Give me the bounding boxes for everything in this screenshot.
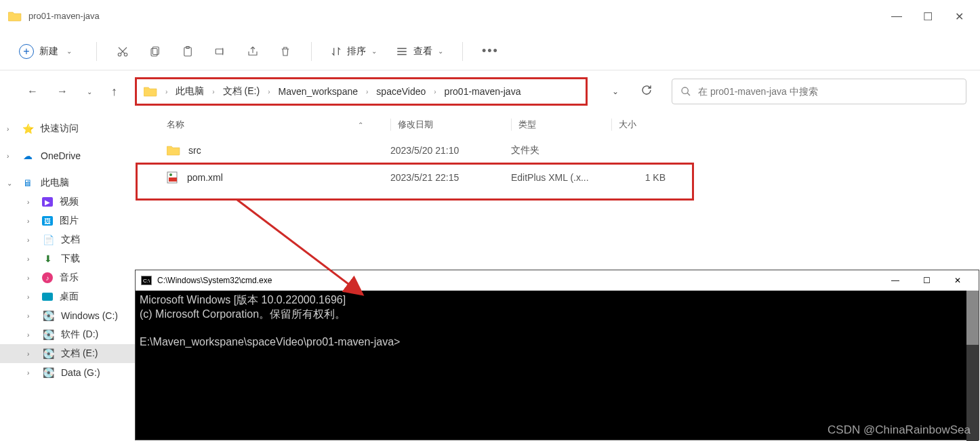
- sidebar-item-this-pc[interactable]: ⌄🖥此电脑: [0, 173, 136, 192]
- address-controls: ⌄: [612, 84, 653, 99]
- video-icon: ▶: [42, 197, 53, 207]
- sidebar-item-video[interactable]: ›▶视频: [0, 192, 136, 211]
- view-button[interactable]: 查看 ⌄: [396, 45, 443, 58]
- more-button[interactable]: •••: [482, 44, 499, 58]
- column-date[interactable]: 修改日期: [390, 119, 511, 131]
- view-icon: [396, 47, 408, 56]
- sidebar-item-quick-access[interactable]: ›⭐快速访问: [0, 119, 136, 138]
- table-row[interactable]: src 2023/5/20 21:10 文件夹: [136, 137, 980, 164]
- cmd-minimize-button[interactable]: —: [880, 270, 911, 291]
- column-name[interactable]: 名称⌃: [167, 119, 390, 131]
- svg-rect-6: [216, 49, 223, 54]
- maximize-button[interactable]: ☐: [912, 5, 943, 27]
- delete-icon[interactable]: [279, 45, 292, 58]
- svg-rect-9: [169, 177, 177, 182]
- cmd-titlebar[interactable]: C:\ C:\Windows\System32\cmd.exe — ☐ ✕: [136, 270, 979, 291]
- sidebar-item-downloads[interactable]: ›⬇下载: [0, 249, 136, 268]
- chevron-down-icon: ⌄: [371, 47, 377, 55]
- sidebar-item-documents[interactable]: ›📄文档: [0, 230, 136, 249]
- plus-icon: +: [19, 44, 34, 59]
- breadcrumb[interactable]: › 此电脑 › 文档 (E:) › Maven_workspane › spac…: [135, 77, 588, 106]
- sidebar-label: 软件 (D:): [61, 329, 98, 341]
- drive-icon: 💽: [42, 310, 54, 322]
- crumb-item[interactable]: Maven_workspane: [274, 86, 362, 97]
- view-label: 查看: [413, 45, 432, 58]
- new-button[interactable]: + 新建 ⌄: [14, 41, 77, 62]
- sidebar-label: 文档: [61, 234, 80, 246]
- column-headers: 名称⌃ 修改日期 类型 大小: [136, 112, 980, 137]
- sidebar-label: 快速访问: [41, 123, 79, 135]
- xml-file-icon: [167, 171, 179, 184]
- minimize-button[interactable]: —: [881, 5, 912, 27]
- cmd-scrollbar[interactable]: [966, 291, 979, 441]
- cmd-maximize-button[interactable]: ☐: [911, 270, 942, 291]
- crumb-item[interactable]: pro01-maven-java: [441, 86, 525, 97]
- sidebar-item-onedrive[interactable]: ›☁OneDrive: [0, 146, 136, 165]
- window-title: pro01-maven-java: [28, 11, 972, 21]
- sidebar-label: 视频: [60, 196, 79, 208]
- up-button[interactable]: ↑: [111, 85, 117, 99]
- cmd-close-button[interactable]: ✕: [942, 270, 973, 291]
- sidebar-item-drive-c[interactable]: ›💽Windows (C:): [0, 306, 136, 325]
- chevron-right-icon: ›: [165, 88, 167, 96]
- file-type: 文件夹: [511, 144, 611, 156]
- sidebar-item-pictures[interactable]: ›🖼图片: [0, 211, 136, 230]
- search-icon: [680, 86, 691, 97]
- drive-icon: 💽: [42, 348, 54, 360]
- file-size: 1 KB: [611, 172, 672, 183]
- drive-icon: 💽: [42, 366, 54, 379]
- close-button[interactable]: ✕: [943, 5, 975, 27]
- back-button[interactable]: ←: [27, 85, 38, 98]
- svg-point-10: [169, 173, 172, 176]
- sidebar-item-drive-g[interactable]: ›💽Data (G:): [0, 363, 136, 382]
- cmd-prompt: E:\Maven_workspane\spaceVideo\pro01-mave…: [140, 336, 400, 348]
- file-date: 2023/5/21 22:15: [390, 172, 511, 183]
- sidebar-item-drive-e[interactable]: ›💽文档 (E:): [0, 344, 136, 363]
- share-icon[interactable]: [246, 45, 260, 58]
- copy-icon[interactable]: [148, 45, 162, 58]
- divider: [462, 42, 463, 61]
- sidebar-label: Data (G:): [61, 367, 100, 378]
- column-size[interactable]: 大小: [611, 119, 672, 131]
- folder-icon: [167, 145, 180, 156]
- file-name: src: [188, 145, 201, 156]
- pc-icon: 🖥: [22, 177, 34, 189]
- crumb-item[interactable]: spaceVideo: [372, 86, 430, 97]
- sidebar-label: 图片: [60, 215, 79, 227]
- chevron-right-icon: ›: [434, 88, 436, 96]
- chevron-right-icon: ›: [268, 88, 270, 96]
- cmd-body[interactable]: Microsoft Windows [版本 10.0.22000.1696] (…: [136, 291, 979, 352]
- rename-icon[interactable]: [213, 45, 227, 58]
- table-row[interactable]: pom.xml 2023/5/21 22:15 EditPlus XML (.x…: [136, 164, 980, 191]
- search-box[interactable]: [672, 79, 966, 104]
- search-input[interactable]: [698, 86, 958, 97]
- caret-down-icon: ⌄: [7, 180, 15, 187]
- cut-icon[interactable]: [116, 45, 129, 58]
- column-type[interactable]: 类型: [511, 119, 611, 131]
- history-dropdown[interactable]: ⌄: [87, 88, 92, 96]
- folder-icon: [8, 11, 22, 22]
- window-controls: — ☐ ✕: [881, 5, 975, 27]
- cmd-line: Microsoft Windows [版本 10.0.22000.1696]: [140, 294, 346, 306]
- caret-right-icon: ›: [27, 217, 35, 225]
- watermark: CSDN @ChinaRainbowSea: [828, 423, 971, 437]
- paste-icon[interactable]: [181, 45, 195, 58]
- caret-right-icon: ›: [27, 274, 35, 282]
- sidebar-item-music[interactable]: ›♪音乐: [0, 268, 136, 287]
- dropdown-button[interactable]: ⌄: [612, 87, 619, 96]
- refresh-button[interactable]: [640, 84, 653, 99]
- sidebar-item-drive-d[interactable]: ›💽软件 (D:): [0, 325, 136, 344]
- crumb-item[interactable]: 此电脑: [171, 85, 208, 98]
- chevron-right-icon: ›: [212, 88, 214, 96]
- scrollbar-thumb[interactable]: [966, 291, 979, 345]
- caret-right-icon: ›: [27, 350, 35, 358]
- sidebar-item-desktop[interactable]: ›桌面: [0, 287, 136, 306]
- sort-button[interactable]: 排序 ⌄: [331, 45, 377, 58]
- forward-button[interactable]: →: [57, 85, 68, 98]
- crumb-item[interactable]: 文档 (E:): [219, 85, 264, 98]
- cmd-title-text: C:\Windows\System32\cmd.exe: [157, 276, 272, 285]
- file-type: EditPlus XML (.x...: [511, 172, 611, 183]
- divider: [311, 42, 312, 61]
- caret-right-icon: ›: [27, 255, 35, 263]
- cloud-icon: ☁: [22, 150, 34, 162]
